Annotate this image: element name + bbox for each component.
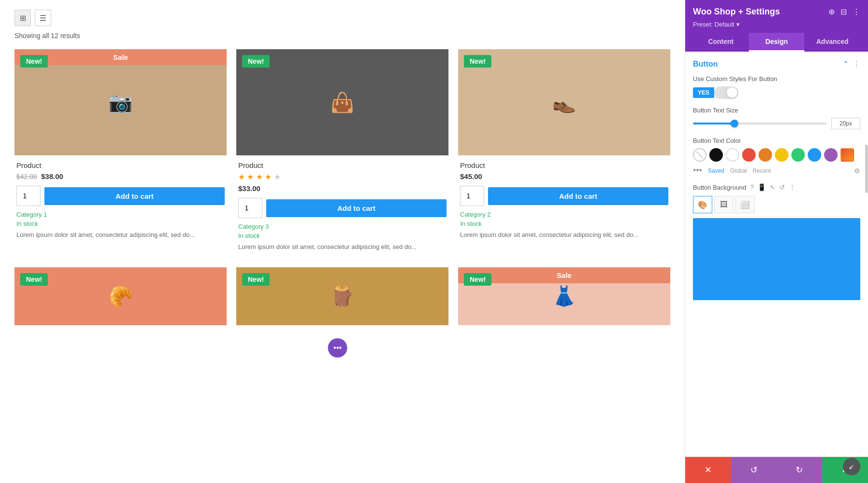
color-swatch-orange[interactable]: [759, 148, 772, 162]
quantity-input[interactable]: [238, 198, 262, 218]
star-4: ★: [265, 173, 271, 181]
layout-icon-button[interactable]: ⊟: [841, 7, 847, 16]
floating-dots-button[interactable]: •••: [328, 338, 347, 358]
add-to-cart-button[interactable]: Add to cart: [44, 187, 225, 205]
bg-more-icon[interactable]: ⋮: [789, 183, 796, 191]
grid-view-button[interactable]: ⊞: [14, 10, 31, 26]
collapse-button[interactable]: ⌃: [842, 59, 849, 69]
bg-label: Button Background: [693, 184, 746, 191]
star-1: ★: [238, 173, 245, 181]
bg-color-tab[interactable]: 🎨: [693, 196, 712, 213]
product-image-4: 🥐 New!: [14, 267, 227, 325]
new-badge: New!: [20, 273, 48, 286]
add-to-cart-button[interactable]: Add to cart: [488, 187, 668, 205]
list-view-button[interactable]: ☰: [35, 10, 51, 26]
color-swatch-black[interactable]: [709, 148, 723, 162]
product-image-5: 🪵 New!: [236, 267, 448, 325]
tab-content[interactable]: Content: [693, 33, 749, 52]
toggle-slider[interactable]: [714, 86, 738, 99]
more-button[interactable]: ⋮: [853, 59, 860, 69]
color-tab-recent[interactable]: Recent: [750, 166, 774, 175]
quantity-input[interactable]: [16, 186, 41, 206]
dots-icon: •••: [334, 344, 342, 352]
category-link[interactable]: Category 3: [238, 223, 447, 230]
product-title: Product: [460, 161, 668, 169]
panel-title-row: Woo Shop + Settings ⊕ ⊟ ⋮: [693, 7, 860, 17]
toggle-yes-label: YES: [693, 87, 714, 98]
panel-title: Woo Shop + Settings: [693, 7, 780, 17]
color-tabs: ••• Saved Global Recent ⚙: [693, 166, 860, 176]
color-swatches: [693, 148, 860, 162]
panel-body: Button ⌃ ⋮ Use Custom Styles For Button …: [685, 52, 868, 456]
section-header: Button ⌃ ⋮: [693, 59, 860, 69]
color-dots-icon: •••: [693, 166, 702, 176]
color-settings-icon[interactable]: ⚙: [854, 167, 860, 175]
bg-cursor-icon[interactable]: ↖: [770, 183, 775, 191]
bg-gradient-tab[interactable]: ⬜: [735, 196, 755, 213]
range-track[interactable]: [693, 123, 827, 124]
bg-mobile-icon[interactable]: 📱: [758, 183, 766, 191]
panel-preset[interactable]: Preset: Default ▾: [693, 21, 860, 28]
new-badge: New!: [464, 273, 491, 286]
stock-status: In stock: [16, 220, 225, 227]
text-color-section: Button Text Color ••• Saved Global Recen…: [693, 137, 860, 176]
tab-advanced[interactable]: Advanced: [804, 33, 860, 52]
color-swatch-blue[interactable]: [808, 148, 821, 162]
range-thumb[interactable]: [731, 120, 738, 127]
star-5: ★: [274, 173, 281, 181]
color-swatch-transparent[interactable]: [693, 148, 706, 162]
new-badge: New!: [20, 55, 48, 68]
preset-label: Preset: Default: [693, 21, 734, 28]
scroll-handle[interactable]: [865, 145, 868, 193]
text-color-label: Button Text Color: [693, 137, 860, 144]
corner-button[interactable]: ↙: [843, 458, 860, 475]
color-swatch-purple[interactable]: [824, 148, 838, 162]
color-swatch-red[interactable]: [742, 148, 756, 162]
bg-undo-icon[interactable]: ↺: [779, 183, 785, 191]
product-image-1: 📷 Sale New!: [14, 49, 227, 155]
text-size-label: Button Text Size: [693, 107, 860, 114]
product-image-2: 👜 New!: [236, 49, 448, 155]
color-swatch-green[interactable]: [791, 148, 805, 162]
add-to-cart-row: Add to cart: [16, 186, 225, 206]
color-tab-global[interactable]: Global: [727, 166, 750, 175]
product-card: 👞 New! Product $45.00 Add to cart Catego…: [458, 49, 670, 258]
category-link[interactable]: Category 1: [16, 211, 225, 218]
color-tab-saved[interactable]: Saved: [705, 166, 727, 175]
results-count: Showing all 12 results: [14, 32, 670, 40]
bg-image-tab[interactable]: 🖼: [714, 196, 733, 213]
product-image-3: 👞 New!: [458, 49, 670, 155]
section-title: Button: [693, 60, 718, 69]
add-to-cart-button[interactable]: Add to cart: [266, 199, 447, 217]
more-options-button[interactable]: ⋮: [853, 7, 860, 16]
stock-status: In stock: [238, 232, 447, 239]
product-card: 👜 New! Product ★ ★ ★ ★ ★ $33.00 Add to c…: [236, 49, 448, 258]
price-wrap: $42.00 $38.00: [16, 172, 225, 181]
slider-control: 20px: [693, 118, 860, 129]
slider-value[interactable]: 20px: [831, 118, 860, 129]
bottom-product-row: 🥐 New! 🪵 New! 👗 Sale New!: [14, 267, 670, 325]
redo-button[interactable]: ↻: [777, 457, 823, 483]
color-swatch-yellow[interactable]: [775, 148, 788, 162]
new-badge: New!: [242, 55, 270, 68]
view-controls: ⊞ ☰: [14, 10, 670, 26]
stock-status: In stock: [460, 220, 668, 227]
target-icon-button[interactable]: ⊕: [828, 7, 835, 16]
bg-color-preview[interactable]: [693, 218, 860, 300]
quantity-input[interactable]: [460, 186, 484, 206]
add-to-cart-row: Add to cart: [238, 198, 447, 218]
tab-design[interactable]: Design: [749, 33, 805, 52]
color-swatch-pencil[interactable]: [841, 148, 854, 162]
cancel-button[interactable]: ✕: [685, 457, 731, 483]
star-3: ★: [256, 173, 263, 181]
color-swatch-white[interactable]: [726, 148, 739, 162]
panel-footer: ✕ ↺ ↻ ✓: [685, 456, 868, 483]
product-description: Lorem ipsum dolor sit amet, consectetur …: [238, 242, 447, 252]
category-link[interactable]: Category 2: [460, 211, 668, 218]
bg-type-tabs: 🎨 🖼 ⬜: [693, 196, 860, 213]
product-card: 📷 Sale New! Product $42.00 $38.00 Add to…: [14, 49, 227, 258]
bg-help-icon[interactable]: ?: [750, 183, 754, 191]
price-new: $38.00: [41, 172, 63, 180]
undo-button[interactable]: ↺: [731, 457, 777, 483]
product-description: Lorem ipsum dolor sit amet, consectetur …: [16, 230, 225, 240]
